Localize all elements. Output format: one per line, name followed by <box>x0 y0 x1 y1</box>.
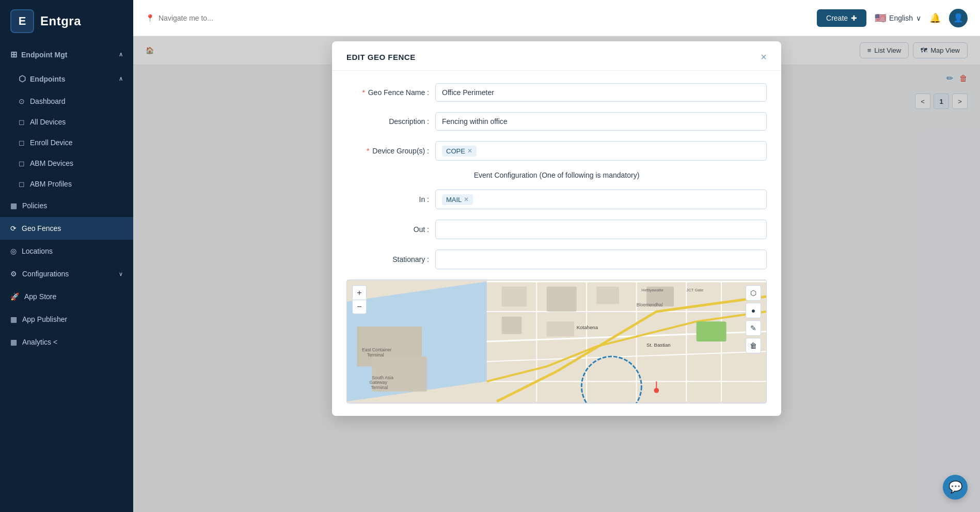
sidebar-item-geo-fences[interactable]: ⟳ Geo Fences <box>0 217 133 240</box>
sidebar-item-locations[interactable]: ◎ Locations <box>0 240 133 262</box>
sidebar-item-dashboard[interactable]: ⊙ Dashboard <box>0 91 133 112</box>
create-button[interactable]: Create ✚ <box>817 9 866 27</box>
stationary-label: Stationary : <box>346 255 429 263</box>
abm-profiles-label: ABM Profiles <box>30 180 72 188</box>
sidebar-item-policies[interactable]: ▦ Policies <box>0 194 133 217</box>
sidebar-item-configurations[interactable]: ⚙ Configurations ∨ <box>0 262 133 285</box>
enroll-device-icon: ◻ <box>19 138 25 147</box>
create-label: Create <box>826 14 848 22</box>
map-polygon-tool-button[interactable]: ⬡ <box>746 285 761 301</box>
event-config-label: Event Configuration (One of following is… <box>346 171 767 179</box>
svg-text:St. Bastian: St. Bastian <box>646 342 671 348</box>
main-content: 📍 Create ✚ 🇺🇸 English ∨ 🔔 👤 🏠 ≡ <box>133 0 980 512</box>
all-devices-label: All Devices <box>30 118 66 126</box>
geo-fence-name-row: * Geo Fence Name : <box>346 83 767 102</box>
cope-tag: COPE ✕ <box>442 146 477 157</box>
endpoints-icon: ⬡ <box>19 74 26 84</box>
sidebar-item-all-devices[interactable]: ◻ All Devices <box>0 112 133 132</box>
device-groups-row: * Device Group(s) : COPE ✕ <box>346 141 767 161</box>
policies-label: Policies <box>22 201 47 210</box>
dashboard-label: Dashboard <box>30 97 66 105</box>
map-edit-tool-button[interactable]: ✎ <box>746 320 761 336</box>
endpoint-mgt-icon: ⊞ <box>10 50 17 59</box>
endpoints-header[interactable]: ⬡ Endpoints ∧ <box>0 67 133 91</box>
all-devices-icon: ◻ <box>19 118 25 126</box>
search-icon: 📍 <box>146 14 154 22</box>
mail-tag: MAIL ✕ <box>442 194 473 205</box>
svg-text:JCT Gate: JCT Gate <box>686 288 703 292</box>
svg-text:East Container: East Container <box>362 347 392 352</box>
enroll-device-label: Enroll Device <box>30 138 72 147</box>
nav-search-area: 📍 <box>146 14 383 22</box>
configurations-icon: ⚙ <box>10 270 17 278</box>
logo-icon: E <box>10 9 34 33</box>
out-input[interactable] <box>435 220 767 239</box>
stationary-input[interactable] <box>435 250 767 269</box>
modal-header: EDIT GEO FENCE × <box>332 41 781 71</box>
sidebar-item-app-store[interactable]: 🚀 App Store <box>0 285 133 308</box>
edit-geo-fence-modal: EDIT GEO FENCE × * Geo Fence Name : <box>332 41 781 416</box>
in-label: In : <box>346 195 429 204</box>
map-zoom-controls: + − <box>352 285 367 314</box>
svg-rect-16 <box>596 287 619 304</box>
geo-fence-name-label: * Geo Fence Name : <box>346 88 429 97</box>
language-selector[interactable]: 🇺🇸 English ∨ <box>875 12 921 24</box>
app-store-label: App Store <box>24 292 56 301</box>
map-placeholder: East Container Terminal South Asia Gatew… <box>347 280 766 403</box>
app-publisher-label: App Publisher <box>22 315 67 323</box>
svg-text:Terminal: Terminal <box>367 352 384 358</box>
lang-chevron-icon: ∨ <box>916 14 921 22</box>
abm-devices-label: ABM Devices <box>30 159 73 167</box>
map-zoom-in-button[interactable]: + <box>352 285 367 300</box>
sidebar-item-abm-devices[interactable]: ◻ ABM Devices <box>0 153 133 174</box>
abm-devices-icon: ◻ <box>19 159 25 167</box>
map-svg: East Container Terminal South Asia Gatew… <box>347 280 766 403</box>
modal-close-button[interactable]: × <box>761 52 767 62</box>
endpoint-mgt-section: ⊞ Endpoint Mgt ∧ ⬡ Endpoints ∧ ⊙ Dashboa… <box>0 42 133 353</box>
policies-icon: ▦ <box>10 201 17 210</box>
description-row: Description : <box>346 112 767 131</box>
sidebar-item-app-publisher[interactable]: ▦ App Publisher <box>0 308 133 331</box>
svg-rect-15 <box>547 287 577 312</box>
endpoint-mgt-chevron: ∧ <box>119 51 123 58</box>
modal-body: * Geo Fence Name : Description : <box>332 71 781 416</box>
avatar[interactable]: 👤 <box>949 9 968 27</box>
sidebar-item-abm-profiles[interactable]: ◻ ABM Profiles <box>0 174 133 194</box>
abm-profiles-icon: ◻ <box>19 180 25 188</box>
svg-text:Gateway: Gateway <box>370 380 388 385</box>
sidebar-item-enroll-device[interactable]: ◻ Enroll Device <box>0 132 133 153</box>
svg-text:Terminal: Terminal <box>371 385 388 390</box>
svg-rect-13 <box>697 321 726 342</box>
configurations-label: Configurations <box>22 270 69 278</box>
geo-fences-icon: ⟳ <box>10 224 17 232</box>
notification-bell-icon[interactable]: 🔔 <box>929 12 941 24</box>
header: 📍 Create ✚ 🇺🇸 English ∨ 🔔 👤 <box>133 0 980 36</box>
geo-fences-label: Geo Fences <box>22 224 61 232</box>
app-store-icon: 🚀 <box>10 292 19 301</box>
create-plus-icon: ✚ <box>851 14 857 22</box>
search-input[interactable] <box>159 14 324 22</box>
mail-tag-remove[interactable]: ✕ <box>464 196 469 203</box>
map-circle-tool-button[interactable]: ● <box>746 303 761 318</box>
map-zoom-out-button[interactable]: − <box>352 300 367 314</box>
chat-icon: 💬 <box>949 480 962 494</box>
app-name: Entgra <box>40 14 81 28</box>
modal-title: EDIT GEO FENCE <box>346 53 416 61</box>
cope-tag-remove[interactable]: ✕ <box>467 147 472 154</box>
endpoint-mgt-header[interactable]: ⊞ Endpoint Mgt ∧ <box>0 42 133 67</box>
geo-fence-name-input[interactable] <box>435 83 767 102</box>
device-groups-label: * Device Group(s) : <box>346 147 429 155</box>
svg-text:Bloemendhal: Bloemendhal <box>637 302 663 307</box>
endpoints-label: Endpoints <box>30 75 65 83</box>
chat-bubble-button[interactable]: 💬 <box>943 475 968 500</box>
map-draw-tools: ⬡ ● ✎ 🗑 <box>746 285 761 353</box>
map-delete-tool-button[interactable]: 🗑 <box>746 338 761 353</box>
in-input[interactable]: MAIL ✕ <box>435 190 767 209</box>
sidebar-item-analytics[interactable]: ▦ Analytics < <box>0 331 133 353</box>
device-groups-input[interactable]: COPE ✕ <box>435 141 767 161</box>
description-input[interactable] <box>435 112 767 131</box>
logo-area: E Entgra <box>0 0 133 42</box>
stationary-row: Stationary : <box>346 250 767 269</box>
locations-label: Locations <box>22 247 53 255</box>
map-container: East Container Terminal South Asia Gatew… <box>346 280 767 404</box>
